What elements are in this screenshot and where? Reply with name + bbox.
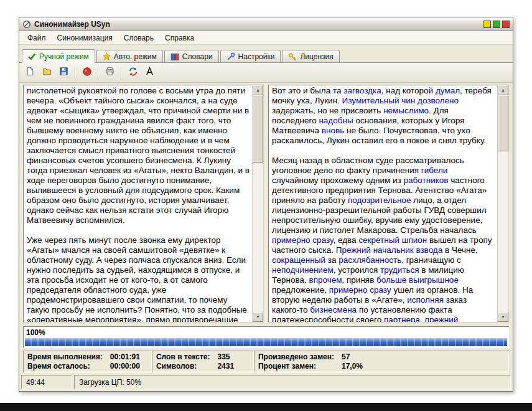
replaced-word[interactable]: прежний (425, 315, 459, 322)
synonymize-icon (128, 67, 138, 79)
scroll-up-icon[interactable]: ▲ (253, 85, 263, 95)
maximize-button[interactable] (493, 21, 500, 28)
replaced-word[interactable]: думал (436, 86, 460, 95)
replaced-word[interactable]: загвоздка (343, 86, 381, 95)
open-folder-icon (42, 67, 52, 78)
stats-cell: Время выполнения:00:01:91Время осталось:… (23, 351, 152, 373)
window-controls (483, 21, 510, 28)
progress-bar (25, 338, 507, 346)
source-text[interactable]: пистолетной рукояткой по голове с восьми… (24, 85, 252, 322)
replaced-word[interactable]: впрочем (309, 275, 342, 285)
replaced-word[interactable]: надобны (319, 116, 353, 125)
stat-value: 00:01:91 (110, 352, 149, 361)
replaced-word[interactable]: дозволено (418, 96, 459, 105)
replaced-word[interactable]: бизнесмена (310, 305, 357, 314)
replaced-word[interactable]: немыслимо (383, 106, 429, 115)
replaced-word[interactable]: исполняя (407, 295, 444, 305)
replaced-word[interactable]: сокращенный (272, 255, 325, 265)
replaced-word[interactable]: подозрительное (348, 196, 411, 205)
stats-cell: Слов в тексте:335Символов:2431 (152, 351, 254, 373)
tab-label: Авто. режим (114, 52, 157, 61)
toolbar-separator (75, 67, 76, 78)
synonymize-button[interactable] (125, 65, 141, 80)
bottom-strip (0, 403, 532, 411)
scroll-up-icon[interactable]: ▲ (498, 85, 508, 95)
stat-value: 335 (217, 352, 250, 361)
replaced-word[interactable]: трудиться (380, 265, 419, 275)
stat-label: Процент замен: (258, 362, 334, 371)
scroll-track[interactable] (253, 95, 263, 312)
menu-item[interactable]: Синонимизация (52, 32, 118, 44)
stat-value: 57 (342, 352, 506, 361)
stat-label: Время осталось: (27, 362, 103, 371)
progress-section: 100% (23, 326, 509, 348)
scroll-down-icon[interactable]: ▼ (498, 312, 508, 322)
record-icon (82, 67, 92, 79)
scroll-thumb[interactable] (253, 95, 263, 163)
tab-label: Настройки (238, 52, 275, 61)
save-button[interactable] (56, 65, 72, 80)
tab-license[interactable]: Лицензия (282, 50, 339, 62)
printer-icon (105, 67, 114, 78)
wrench-icon (226, 52, 235, 61)
toolbar (19, 63, 513, 83)
progress-fill (25, 338, 507, 346)
stats-panel: Время выполнения:00:01:91Время осталось:… (23, 351, 509, 373)
tab-strip: Ручной режимАвто. режимСловариНастройкиЛ… (19, 45, 513, 63)
app-window: Синонимайзер USyn ФайлСинонимизацияСлова… (19, 17, 513, 392)
replaced-word[interactable]: больше выигрышное (376, 275, 459, 285)
new-button[interactable] (22, 65, 38, 80)
scroll-down-icon[interactable]: ▼ (253, 312, 263, 322)
result-text[interactable]: Вот это и была та загвоздка, над которой… (269, 85, 497, 322)
result-pane: Вот это и была та загвоздка, над которой… (268, 85, 509, 323)
menu-item[interactable]: Словарь (118, 32, 159, 44)
stats-cell: Произведено замен:57Процент замен:17,0% (254, 351, 509, 373)
window-title: Синонимайзер USyn (34, 20, 110, 29)
replaced-word[interactable]: неподчинением (272, 265, 334, 275)
tab-manual[interactable]: Ручной режим (22, 49, 95, 63)
replaced-word[interactable]: вновь (322, 126, 344, 135)
stop-button[interactable] (79, 65, 95, 80)
new-document-icon (26, 67, 35, 78)
tab-label: Лицензия (300, 52, 333, 61)
tab-settings[interactable]: Настройки (220, 50, 281, 62)
menu-item[interactable]: Файл (22, 32, 52, 44)
tab-dictionaries[interactable]: Словари (164, 50, 219, 62)
stat-label: Слов в тексте: (156, 352, 210, 361)
paragraph: Месяц назад в областном суде рассматрива… (272, 156, 495, 322)
replaced-word[interactable]: расхлябанность (338, 255, 401, 265)
font-icon (145, 67, 154, 78)
tab-auto[interactable]: Авто. режим (96, 50, 163, 62)
scroll-thumb[interactable] (498, 95, 508, 151)
stat-label: Символов: (156, 362, 210, 371)
toolbar-separator (121, 67, 122, 78)
stat-value: 00:00:00 (110, 362, 149, 371)
source-scrollbar[interactable]: ▲ ▼ (252, 85, 263, 322)
print-button[interactable] (102, 65, 118, 80)
minimize-button[interactable] (483, 21, 491, 28)
replaced-word[interactable]: примерно сразу (329, 285, 391, 295)
status-timer: 49:44 (21, 375, 72, 389)
font-button[interactable] (142, 65, 157, 80)
key-icon (288, 52, 297, 61)
tab-label: Ручной режим (39, 52, 89, 61)
paragraph: Уже через пять минут после звонка ему ди… (27, 235, 250, 322)
close-button[interactable] (502, 21, 510, 28)
replaced-word[interactable]: гибели (421, 166, 448, 175)
replaced-word[interactable]: партнера (384, 315, 420, 322)
status-cpu-load: Загрузка ЦП: 50% (74, 375, 511, 389)
open-button[interactable] (39, 65, 55, 80)
tab-label: Словари (182, 52, 213, 61)
replaced-word[interactable]: примерно сразу (272, 235, 333, 245)
replaced-word[interactable]: Изумительный чин (342, 96, 416, 105)
replaced-word[interactable]: работников (404, 176, 449, 185)
result-scrollbar[interactable]: ▲ ▼ (497, 85, 508, 322)
scroll-track[interactable] (498, 95, 508, 312)
title-bar: Синонимайзер USyn (19, 17, 513, 31)
replaced-word[interactable]: Прежний начальник взвода (336, 245, 443, 255)
menu-item[interactable]: Справка (159, 32, 200, 44)
stat-value: 17,0% (342, 362, 506, 371)
replaced-word[interactable]: секретный шпион (358, 235, 427, 245)
star-icon (103, 52, 111, 60)
stat-value: 2431 (217, 362, 250, 371)
